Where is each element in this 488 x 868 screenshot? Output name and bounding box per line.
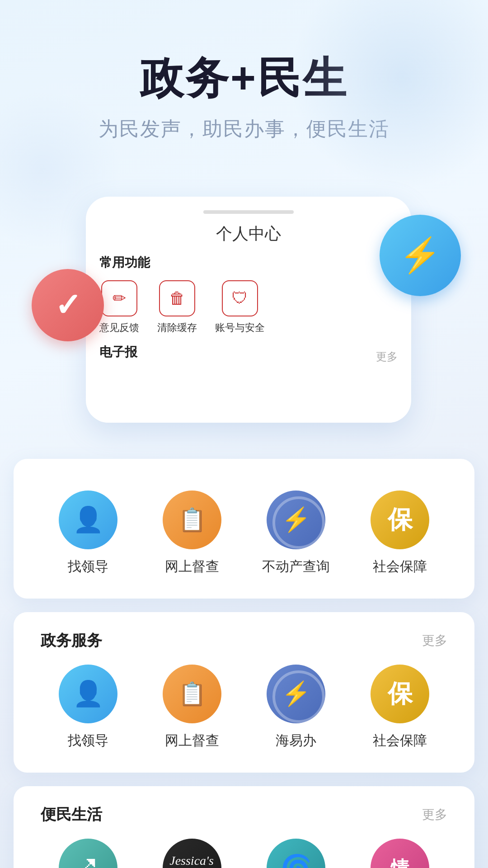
tourism-card-circle: 🏖: [59, 839, 117, 868]
phone-card: 个人中心 常用功能 ✏ 意见反馈 🗑 清除缓存 🛡 账号与安全: [86, 197, 411, 423]
gov-supervision-circle: 📋: [163, 665, 221, 723]
duty-free-circle: Jessica'sSECRET: [163, 839, 221, 868]
life-services-more[interactable]: 更多: [422, 806, 447, 823]
newspaper-title: 电子报: [99, 344, 137, 361]
phone-notch: [203, 210, 294, 214]
phone-icons-row: ✏ 意见反馈 🗑 清除缓存 🛡 账号与安全: [99, 280, 398, 335]
life-typhoon[interactable]: 🌀 台风路径: [249, 839, 343, 868]
life-services-grid: 🏖 旅游年卡 Jessica'sSECRET 免税比价 🌀 台风路径 情 南国情…: [41, 839, 447, 868]
blue-shield-circle: ⚡: [380, 215, 461, 296]
property-label: 不动产查询: [262, 557, 330, 576]
gov-supervision[interactable]: 📋 网上督查: [145, 665, 239, 750]
social-security-label: 社会保障: [373, 557, 427, 576]
gov-services-header: 政务服务 更多: [41, 630, 447, 651]
supervision-label: 网上督查: [165, 557, 219, 576]
phone-mockup-area: ✓ ⚡ 个人中心 常用功能 ✏ 意见反馈 🗑 清除缓存 �: [41, 197, 447, 432]
gov-services-section: 政务服务 更多 👤 找领导 📋 网上督查 ⚡ 海易办 保: [14, 612, 474, 773]
newspaper-section: 电子报 更多: [99, 344, 398, 370]
typhoon-circle: 🌀: [267, 839, 325, 868]
trash-icon: 🗑: [169, 289, 185, 308]
lightning-icon: ⚡: [282, 506, 311, 533]
account-security-icon-box: 🛡: [222, 280, 258, 316]
shield-icon: 🛡: [232, 289, 248, 308]
life-tourism-card[interactable]: 🏖 旅游年卡: [41, 839, 136, 868]
life-services-section: 便民生活 更多 🏖 旅游年卡 Jessica'sSECRET 免税比价 🌀 台风…: [14, 786, 474, 868]
feedback-label: 意见反馈: [99, 321, 139, 335]
account-security-label: 账号与安全: [215, 321, 265, 335]
gov-person-icon: 👤: [73, 679, 104, 708]
life-duty-free[interactable]: Jessica'sSECRET 免税比价: [145, 839, 239, 868]
gov-services-title: 政务服务: [41, 630, 102, 651]
featured-service-social-security[interactable]: 保 社会保障: [352, 491, 447, 576]
gov-social-security-circle: 保: [371, 665, 429, 723]
featured-service-find-leader[interactable]: 👤 找领导: [41, 491, 136, 576]
gov-hai-easy[interactable]: ⚡ 海易办: [249, 665, 343, 750]
nanguo-circle: 情: [371, 839, 429, 868]
pink-check-circle: ✓: [32, 269, 104, 341]
social-security-circle: 保: [371, 491, 429, 549]
check-icon: ✓: [55, 287, 81, 324]
featured-services-card: 👤 找领导 📋 网上督查 ⚡ 不动产查询 保 社会保障: [14, 459, 474, 599]
clear-cache-icon-box: 🗑: [159, 280, 195, 316]
gov-services-more[interactable]: 更多: [422, 632, 447, 649]
typhoon-icon: 🌀: [281, 853, 312, 868]
find-leader-circle: 👤: [59, 491, 117, 549]
find-leader-label: 找领导: [68, 557, 108, 576]
phone-common-section: 常用功能: [99, 254, 398, 271]
gov-hai-easy-label: 海易办: [276, 731, 316, 750]
gov-lightning-icon: ⚡: [282, 680, 311, 708]
gov-find-leader-circle: 👤: [59, 665, 117, 723]
gov-social-security-label: 社会保障: [373, 731, 427, 750]
account-security-item[interactable]: 🛡 账号与安全: [215, 280, 265, 335]
gov-social-security[interactable]: 保 社会保障: [352, 665, 447, 750]
tourism-icon: 🏖: [77, 855, 99, 868]
doc-icon: 📋: [178, 507, 206, 533]
life-nanguo[interactable]: 情 南国情缘: [352, 839, 447, 868]
gov-services-grid: 👤 找领导 📋 网上督查 ⚡ 海易办 保 社会保障: [41, 665, 447, 750]
phone-card-title: 个人中心: [99, 223, 398, 245]
gov-hai-easy-circle: ⚡: [267, 665, 325, 723]
shield-lightning-icon: ⚡: [399, 236, 441, 275]
featured-service-property[interactable]: ⚡ 不动产查询: [249, 491, 343, 576]
nanguo-icon: 情: [391, 855, 409, 868]
life-services-title: 便民生活: [41, 804, 102, 825]
feedback-item[interactable]: ✏ 意见反馈: [99, 280, 139, 335]
featured-services-grid: 👤 找领导 📋 网上督查 ⚡ 不动产查询 保 社会保障: [41, 491, 447, 576]
life-services-header: 便民生活 更多: [41, 804, 447, 825]
edit-icon: ✏: [113, 289, 126, 308]
gov-bao-icon: 保: [388, 677, 413, 711]
gov-supervision-label: 网上督查: [165, 731, 219, 750]
gov-doc-icon: 📋: [178, 681, 206, 707]
feedback-icon-box: ✏: [101, 280, 137, 316]
bao-icon: 保: [388, 503, 413, 537]
jessica-icon: Jessica'sSECRET: [169, 854, 215, 868]
property-circle: ⚡: [267, 491, 325, 549]
clear-cache-label: 清除缓存: [157, 321, 197, 335]
supervision-circle: 📋: [163, 491, 221, 549]
featured-service-supervision[interactable]: 📋 网上督查: [145, 491, 239, 576]
gov-find-leader[interactable]: 👤 找领导: [41, 665, 136, 750]
person-icon: 👤: [73, 505, 104, 534]
clear-cache-item[interactable]: 🗑 清除缓存: [157, 280, 197, 335]
gov-find-leader-label: 找领导: [68, 731, 108, 750]
newspaper-more[interactable]: 更多: [376, 349, 398, 364]
